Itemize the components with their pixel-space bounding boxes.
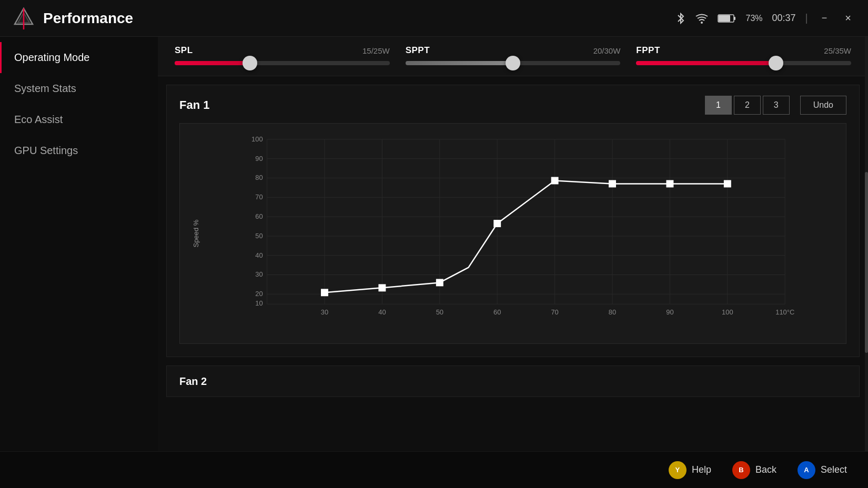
spl-slider-group: SPL 15/25W	[175, 45, 390, 65]
fan2-title: Fan 2	[179, 375, 207, 388]
chart-point-6[interactable]	[666, 180, 673, 187]
sidebar: Operating Mode System Stats Eco Assist G…	[0, 37, 158, 488]
spl-fill	[175, 61, 250, 65]
select-label: Select	[821, 464, 847, 475]
svg-text:50: 50	[255, 232, 263, 240]
battery-icon	[718, 14, 736, 23]
titlebar: Performance 73% 00:37 | − ×	[0, 0, 868, 37]
fan1-chart-svg: 100 90 80 70 60 50 40 30 20 10 30	[211, 129, 825, 322]
svg-text:50: 50	[436, 308, 443, 316]
chart-point-5[interactable]	[609, 180, 616, 187]
b-button-icon[interactable]: B	[732, 461, 750, 479]
svg-text:90: 90	[666, 308, 673, 316]
minimize-button[interactable]: −	[817, 11, 832, 26]
svg-text:110°C: 110°C	[775, 308, 794, 316]
svg-rect-7	[719, 15, 730, 22]
svg-text:60: 60	[493, 308, 501, 316]
time-display: 00:37	[772, 13, 796, 24]
fppt-label: FPPT	[636, 45, 660, 56]
svg-text:60: 60	[255, 212, 263, 220]
svg-text:100: 100	[722, 308, 733, 316]
svg-text:70: 70	[255, 193, 263, 201]
svg-text:80: 80	[609, 308, 616, 316]
select-action: A Select	[798, 461, 847, 479]
fppt-track	[636, 61, 851, 65]
fppt-thumb[interactable]	[769, 56, 783, 70]
sppt-fill	[406, 61, 513, 65]
svg-text:40: 40	[378, 308, 386, 316]
svg-text:80: 80	[255, 174, 263, 181]
svg-text:40: 40	[255, 251, 263, 259]
svg-text:100: 100	[251, 135, 263, 143]
sliders-section: SPL 15/25W SPPT 20/30W	[158, 37, 868, 76]
sppt-value: 20/30W	[593, 46, 621, 55]
wifi-icon	[695, 13, 708, 24]
y-button-icon[interactable]: Y	[669, 461, 687, 479]
sidebar-item-gpu-settings[interactable]: GPU Settings	[0, 135, 158, 166]
sppt-track	[406, 61, 621, 65]
spl-track	[175, 61, 390, 65]
chart-point-1[interactable]	[378, 284, 386, 291]
scrollbar-thumb[interactable]	[865, 172, 868, 352]
sidebar-item-eco-assist[interactable]: Eco Assist	[0, 104, 158, 135]
y-axis-label: Speed %	[192, 220, 200, 248]
fan1-card: Fan 1 1 2 3 Undo Speed %	[166, 85, 860, 357]
fan1-tab-3[interactable]: 3	[763, 96, 790, 115]
close-button[interactable]: ×	[841, 10, 855, 26]
fppt-value: 25/35W	[824, 46, 851, 55]
titlebar-right: 73% 00:37 | − ×	[675, 10, 855, 26]
app-title: Performance	[43, 10, 133, 27]
bottom-bar: Y Help B Back A Select	[0, 451, 868, 488]
svg-text:20: 20	[255, 290, 263, 298]
fan1-title: Fan 1	[179, 98, 209, 112]
sppt-label: SPPT	[406, 45, 430, 56]
fan1-tab-2[interactable]: 2	[734, 96, 761, 115]
separator: |	[805, 12, 808, 24]
sppt-thumb[interactable]	[506, 56, 520, 70]
fan1-header: Fan 1 1 2 3 Undo	[179, 96, 846, 115]
bluetooth-icon	[675, 13, 686, 24]
sidebar-item-system-stats[interactable]: System Stats	[0, 73, 158, 104]
svg-text:70: 70	[551, 308, 558, 316]
sppt-slider-group: SPPT 20/30W	[406, 45, 621, 65]
fan1-undo-button[interactable]: Undo	[800, 96, 846, 115]
svg-rect-6	[734, 17, 735, 20]
sidebar-item-operating-mode[interactable]: Operating Mode	[0, 42, 158, 73]
chart-point-2[interactable]	[436, 279, 443, 286]
chart-point-7[interactable]	[724, 180, 731, 187]
app-logo-icon	[13, 7, 35, 29]
sliders-row: SPL 15/25W SPPT 20/30W	[175, 45, 851, 65]
svg-text:30: 30	[255, 270, 263, 278]
svg-text:30: 30	[321, 308, 328, 316]
fppt-slider-group: FPPT 25/35W	[636, 45, 851, 65]
chart-point-4[interactable]	[551, 177, 559, 185]
svg-text:10: 10	[255, 299, 263, 307]
chart-wrapper: Speed %	[180, 124, 846, 343]
spl-label: SPL	[175, 45, 193, 56]
content-area: SPL 15/25W SPPT 20/30W	[158, 37, 868, 488]
main-layout: Operating Mode System Stats Eco Assist G…	[0, 37, 868, 488]
fan1-tab-1[interactable]: 1	[705, 96, 732, 115]
titlebar-left: Performance	[13, 7, 133, 29]
help-action: Y Help	[669, 461, 711, 479]
chart-point-0[interactable]	[321, 289, 328, 296]
chart-point-3[interactable]	[493, 220, 501, 227]
back-action: B Back	[732, 461, 776, 479]
fan2-card: Fan 2	[166, 365, 860, 397]
fan1-chart: Speed %	[179, 123, 846, 344]
back-label: Back	[755, 464, 776, 475]
spl-thumb[interactable]	[243, 56, 257, 70]
spl-value: 15/25W	[362, 46, 390, 55]
svg-text:90: 90	[255, 155, 263, 162]
a-button-icon[interactable]: A	[798, 461, 815, 479]
help-label: Help	[692, 464, 711, 475]
svg-point-4	[701, 22, 703, 24]
fppt-fill	[636, 61, 776, 65]
scrollbar	[865, 37, 868, 488]
battery-percent: 73%	[746, 14, 763, 23]
fan1-tabs: 1 2 3	[705, 96, 790, 115]
